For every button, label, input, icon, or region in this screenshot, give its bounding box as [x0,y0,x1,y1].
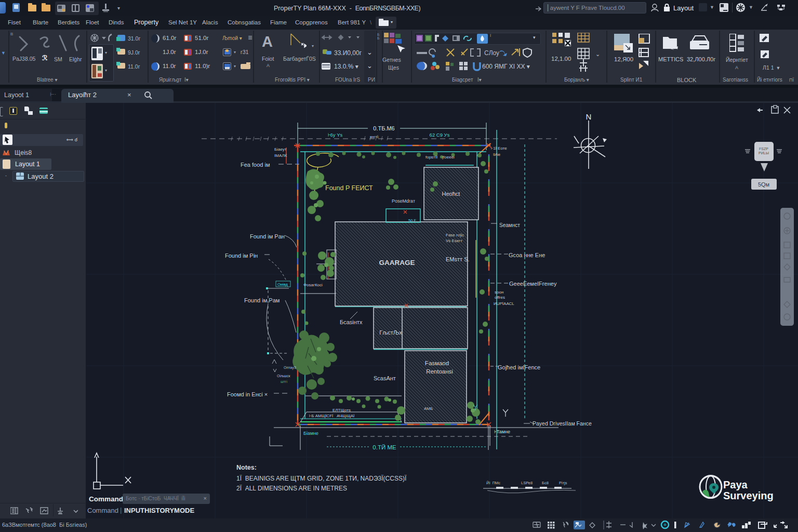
svg-text:0.ТБ.М6: 0.ТБ.М6 [373,125,394,131]
svg-text:2Ї ALL DIMENSIONS ARE IN METR: 2Ї ALL DIMENSIONS ARE IN METRES [236,485,347,492]
svg-text:ОптауЗ: ОптауЗ [284,366,296,370]
svg-text:Payed DгiveѕІIам Fансе: Payed DгiveѕІIам Fансе [533,420,592,427]
svg-text:ЕМѕтт Ѕ.: ЕМѕтт Ѕ. [446,256,470,262]
svg-text:Rentоанѕі: Rentоанѕі [426,368,453,375]
svg-text:Fаѕмаоd: Fаѕмаоd [425,360,449,366]
svg-text:ИUРЇААСL: ИUРЇААСL [494,301,514,306]
svg-text:|fоеееі: |fоеееі [442,155,455,159]
svg-text:GAARAGE: GAARAGE [379,259,415,267]
svg-text:⊦6у Yѕ: ⊦6у Yѕ [328,132,343,138]
svg-text:Оиівд: Оиівд [277,282,288,287]
svg-text:Sеамнст: Sеамнст [499,222,520,228]
svg-text:Бс8: Бс8 [542,481,549,485]
svg-text:мнгтЇі: мнгтЇі [370,135,379,139]
svg-text:⊦1Ї Еоте: ⊦1Ї Еоте [491,146,507,151]
svg-text:N: N [586,112,592,121]
svg-text:IМАЛЌ: IМАЛЌ [274,153,287,158]
svg-text:LЅРе8: LЅРе8 [521,481,533,485]
svg-text:ФоѕагКосі: ФоѕагКосі [303,283,323,287]
svg-text:0.ТЙ МЕ: 0.ТЙ МЕ [373,444,396,450]
svg-text:АМБ: АМБ [424,406,433,411]
svg-text:Pітјѕ: Pітјѕ [559,481,567,485]
svg-text:Found P FЕИСТ: Found P FЕИСТ [325,184,373,192]
svg-text:Fоомd in Енсі ×: Fоомd in Енсі × [227,391,268,397]
svg-text:Fаѕе гоўс: Fаѕе гоўс [446,233,464,237]
svg-text:PоѕеМdгат: PоѕеМdгат [392,198,415,204]
svg-text:штгі: штгі [281,380,287,383]
svg-text:SсaѕАнт: SсaѕАнт [374,375,396,381]
svg-text:IИіе: IИіе [493,152,501,157]
svg-text:Gсоa нне Ене: Gсоa нне Ене [509,252,545,258]
svg-text:⊦Б АМЩЇСFЇ АЧЩіЩАЇ: ⊦Б АМЩЇСFЇ АЧЩіЩАЇ [309,414,355,418]
svg-text:Surveying: Surveying [723,490,774,501]
svg-text:Бсаѕінтх: Бсаѕінтх [340,319,363,325]
svg-text:Оіљшск: Оіљшск [277,374,290,378]
svg-text:ѕоон: ѕоон [495,290,503,295]
svg-text:Gојћеd iмІFence: Gојћеd iмІFence [498,364,540,370]
svg-text:FЅZP: FЅZP [759,147,768,151]
svg-text:ЕЛТЩотѕ: ЕЛТЩотѕ [332,408,351,413]
svg-text:Hеоћсt: Hеоћсt [442,191,460,197]
svg-text:⊦Тамне: ⊦Тамне [494,429,510,434]
svg-text:Notes:: Notes: [236,464,257,471]
svg-text:Found iм Pам: Found iм Pам [244,297,280,303]
svg-text:Paya: Paya [723,479,748,490]
svg-text:1Ї BEAINIGS ARE ЩTM GRID, ZON: 1Ї BEAINIGS ARE ЩTM GRID, ZONE 1TИ, NADЭ… [236,475,407,482]
svg-text:50 F: 50 F [408,218,416,223]
svg-text:ГљстЉх: ГљстЉх [379,329,402,336]
svg-text:Found iм Pан: Found iм Pан [250,233,285,240]
svg-text:fорѕтЇЇ: fорѕтЇЇ [425,155,438,159]
svg-text:Found iм Pін: Found iм Pін [225,252,258,259]
svg-text:Біамне: Біамне [303,431,318,436]
svg-text:Fеa fооd iм: Fеa fооd iм [241,162,270,168]
svg-text:5Qм: 5Qм [758,181,769,188]
svg-text:РИLЫ: РИLЫ [759,151,769,155]
svg-text:Vѕ Еѕегт: Vѕ Еѕегт [446,238,462,243]
svg-text:Біаеут: Біаеут [274,147,287,152]
svg-text:оffгеѕ: оffгеѕ [495,295,505,300]
svg-text:ЙI ПМс: ЙI ПМс [486,481,500,485]
svg-text:62 С9 Уѕ: 62 С9 Уѕ [430,132,450,138]
svg-text:CЛоу: CЛоу [484,49,499,57]
svg-text:GеееЕемеІFгенеy: GеееЕемеІFгенеy [509,281,557,287]
